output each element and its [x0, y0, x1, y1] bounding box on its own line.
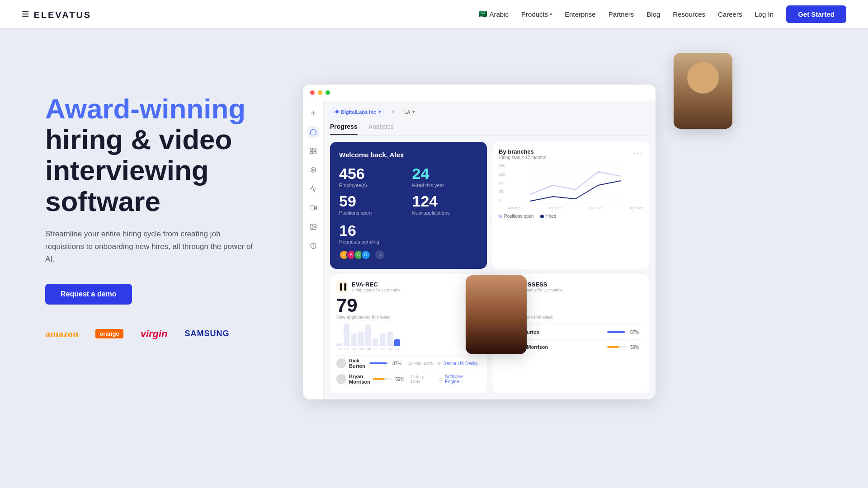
sidebar-chart-icon[interactable] — [307, 183, 319, 195]
nav-careers[interactable]: Careers — [718, 10, 742, 18]
branches-title: By branches — [499, 148, 546, 155]
nav-enterprise[interactable]: Enterprise — [565, 10, 595, 18]
svg-marker-8 — [314, 206, 316, 210]
hero-left: Award-winning hiring & video interviewin… — [45, 53, 285, 340]
dot-green — [326, 90, 330, 95]
hero-right: DigitalLabs Inc ▾ ✕ LA ▾ Progress Analyt… — [303, 53, 823, 399]
candidate-date: 12 May, 10:45 — [410, 375, 435, 384]
candidate-plus: +2 — [438, 377, 442, 381]
branches-card: By branches Hiring status 12 months ··· … — [492, 142, 649, 269]
eva-rec-big-num: 79 — [336, 296, 481, 315]
nav-login[interactable]: Log In — [755, 10, 774, 18]
eva-rec-header: ▐▐ EVA-REC Hiring status for 12 months ·… — [336, 281, 481, 292]
candidate-date: 12 May, 10:45 — [408, 361, 433, 366]
nav-products[interactable]: Products ▾ — [521, 10, 552, 18]
dashboard-inner: DigitalLabs Inc ▾ ✕ LA ▾ Progress Analyt… — [303, 101, 656, 399]
nav-arabic[interactable]: 🇸🇦 🇸🇦 Arabic Arabic — [479, 10, 509, 18]
table-row: Bryan Morrison 59% 12 May, 10:45 +2 Soft… — [336, 371, 481, 387]
dashboard-main-content: DigitalLabs Inc ▾ ✕ LA ▾ Progress Analyt… — [324, 101, 656, 399]
eva-rec-candidates: Rick Burton 87% 12 May, 10:45 +2 Senior … — [336, 355, 481, 387]
window-titlebar — [303, 84, 656, 101]
employees-count: 456 — [339, 166, 405, 181]
person-card-top-right — [674, 53, 732, 129]
sidebar-add-icon[interactable] — [307, 107, 319, 119]
welcome-card: Welcome back, Alex 456 Employee(s) 24 Hi… — [330, 142, 487, 269]
flag-icon: 🇸🇦 — [479, 10, 487, 18]
svg-point-11 — [311, 225, 312, 226]
sidebar-home-icon[interactable] — [307, 126, 319, 138]
stat-employees: 456 Employee(s) — [339, 166, 405, 188]
candidate-pct: 87% — [392, 361, 405, 366]
progress-bar — [607, 346, 627, 348]
dashboard-sidebar — [303, 101, 324, 399]
virgin-logo: virgin — [141, 328, 168, 340]
partner-logos: amazon orange virgin SAMSUNG — [45, 328, 285, 340]
arrow-forward-icon[interactable]: → — [375, 250, 384, 259]
tab-progress[interactable]: Progress — [330, 123, 358, 135]
nav-resources[interactable]: Resources — [673, 10, 705, 18]
tab-analytics[interactable]: Analytics — [368, 123, 394, 135]
stat-positions: 59 Positions open — [339, 193, 405, 216]
avatar — [336, 374, 346, 384]
svg-rect-4 — [311, 151, 313, 154]
candidate-role: Software Engine... — [445, 374, 481, 384]
chart-x-labels: 4Q 2021 1Q 2022 2Q 2022 3Q 2022 — [508, 206, 643, 210]
company-badge: DigitalLabs Inc ▾ — [330, 107, 387, 117]
hero-section: Award-winning hiring & video interviewin… — [0, 28, 868, 488]
person-image — [466, 275, 527, 354]
hero-title: Award-winning hiring & video interviewin… — [45, 94, 285, 217]
avatar — [336, 358, 346, 368]
legend-positions-open: Positions open — [499, 214, 534, 219]
orange-logo: orange — [95, 329, 123, 338]
welcome-message: Welcome back, Alex — [339, 151, 478, 159]
svg-rect-5 — [314, 151, 316, 154]
dashboard-tabs: Progress Analytics — [330, 123, 649, 136]
eva-rec-mini-chart — [336, 324, 481, 346]
candidate-pct: 59% — [395, 377, 407, 382]
eva-rec-card: ▐▐ EVA-REC Hiring status for 12 months ·… — [330, 274, 487, 393]
svg-rect-9 — [310, 206, 314, 210]
sidebar-video-icon[interactable] — [307, 202, 319, 214]
get-started-button[interactable]: Get Started — [786, 5, 846, 23]
branches-header: By branches Hiring status 12 months ··· — [499, 148, 643, 160]
close-tab-icon: ✕ — [391, 109, 395, 115]
sidebar-clock-icon[interactable] — [307, 240, 319, 252]
chart-legend: Positions open Hired — [499, 214, 643, 219]
progress-bar — [369, 362, 390, 364]
logo: ≡ ELEVATUS — [22, 7, 91, 21]
pending-label: Requests pending — [339, 239, 478, 244]
lang-badge: LA ▾ — [400, 107, 419, 117]
candidate-plus: +2 — [436, 361, 440, 366]
sidebar-grid-icon[interactable] — [307, 145, 319, 157]
candidate-role: Senior UX Desig... — [443, 361, 481, 366]
request-demo-button[interactable]: Request a demo — [45, 284, 132, 305]
candidate-pct: 87% — [630, 330, 643, 335]
dot-yellow — [318, 90, 322, 95]
nav-partners[interactable]: Partners — [609, 10, 634, 18]
sidebar-target-icon[interactable] — [307, 164, 319, 176]
svg-rect-3 — [314, 148, 316, 150]
samsung-logo: SAMSUNG — [185, 329, 230, 338]
eva-rec-icon: ▐▐ — [336, 281, 348, 292]
stat-applications: 124 New applications — [412, 193, 478, 216]
chevron-down-icon: ▾ — [550, 12, 552, 17]
eva-rec-num-label: New applications this week — [336, 315, 481, 320]
dashboard-header-row: DigitalLabs Inc ▾ ✕ LA ▾ — [330, 107, 649, 117]
candidate-name: Bryan Morrison — [349, 374, 370, 385]
more-options-icon[interactable]: ··· — [633, 148, 643, 158]
progress-bar — [607, 331, 627, 333]
hero-title-rest: hiring & video interviewing software — [45, 124, 232, 216]
candidate-pct: 59% — [630, 345, 643, 350]
nav-blog[interactable]: Blog — [646, 10, 660, 18]
sidebar-image-icon[interactable] — [307, 221, 319, 233]
candidate-name: Rick Burton — [349, 358, 367, 369]
hired-count: 24 — [412, 166, 478, 181]
chart-container: 34012060300 — [499, 163, 643, 210]
stats-grid: Welcome back, Alex 456 Employee(s) 24 Hi… — [330, 142, 649, 269]
avatar-4: D — [361, 250, 371, 260]
stat-pending: 16 Requests pending — [339, 223, 478, 244]
stat-hired: 24 Hired this year — [412, 166, 478, 188]
progress-bar — [373, 378, 392, 380]
eva-rec-name: EVA-REC — [352, 281, 401, 288]
eva-rec-subtitle: Hiring status for 12 months — [352, 288, 401, 292]
